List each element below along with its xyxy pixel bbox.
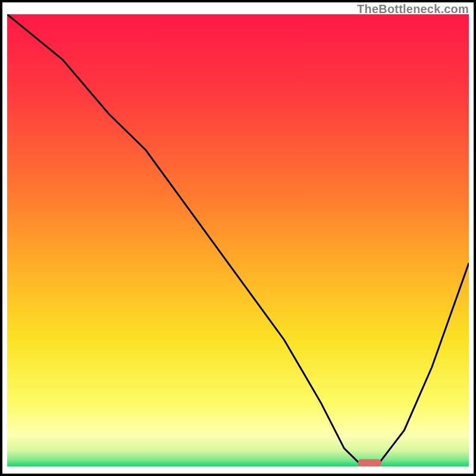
optimal-marker bbox=[358, 459, 381, 466]
gradient-background bbox=[7, 14, 469, 466]
plot-area bbox=[7, 14, 469, 466]
chart-frame: TheBottleneck.com bbox=[0, 0, 476, 476]
bottleneck-chart bbox=[7, 14, 469, 466]
